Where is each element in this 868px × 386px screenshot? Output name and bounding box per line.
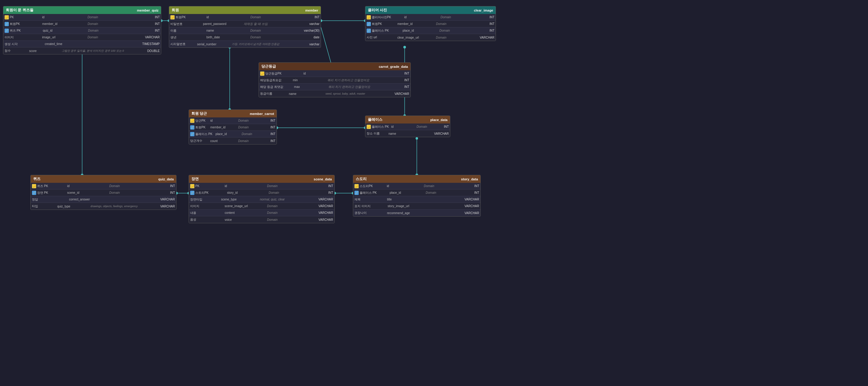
table-carrot-grade: 당근등급 carrot_grade_data 🔑당근등급PK id INT 해당…	[258, 62, 411, 97]
table-row: 🔗회원PK member_id Domain INT	[365, 21, 496, 27]
pk-icon: 🔑	[32, 184, 36, 188]
table-row: 제목 title VARCHAR	[353, 196, 480, 203]
row-desc: Domain	[249, 29, 282, 32]
row-field: name	[287, 92, 324, 96]
table-row: 🔑플레이스 PK id Domain INT	[365, 124, 450, 130]
table-row: 🔑PK id Domain INT	[189, 183, 334, 190]
row-type: INT	[139, 184, 175, 188]
row-key: 점수	[5, 49, 28, 53]
row-field: content	[223, 211, 266, 215]
row-key: 🔗회원PK	[190, 125, 209, 130]
row-key: 🔑클리어사진PK	[367, 15, 403, 20]
table-row: 장면타입 scene_type normal, quiz, clear VARC…	[189, 196, 334, 203]
row-type: INT	[381, 85, 409, 89]
pk-icon: 🔑	[367, 15, 371, 20]
row-field: id	[403, 15, 439, 19]
row-type: VARCHAR	[425, 132, 449, 135]
row-field: correct_answer	[68, 198, 113, 201]
row-type: INT	[121, 15, 160, 19]
table-row: 당근개수 count Domain INT	[189, 137, 277, 144]
row-field: name	[205, 29, 249, 32]
row-field: score	[28, 49, 61, 53]
row-key: 🔗스토리PK	[190, 191, 226, 195]
table-row: 🔗회원PK member_id Domain INT	[3, 21, 161, 27]
row-type: INT	[429, 125, 449, 128]
pk-icon: 🔑	[190, 119, 194, 123]
row-key: 제목	[354, 197, 386, 202]
fk-icon: 🔗	[190, 125, 194, 130]
row-type: INT	[462, 22, 494, 26]
row-key: 이미지	[5, 35, 41, 39]
table-korean-name: 회원이 푼 퀴즈들	[6, 8, 33, 13]
table-member: 회원 member 🔑회원PK id Domain INT 비밀번호 paren…	[169, 6, 321, 48]
row-field: scene_image_url	[223, 204, 266, 208]
row-type: INT	[282, 15, 319, 19]
row-key: 내용	[190, 211, 223, 215]
row-type: INT	[370, 72, 409, 75]
fk-icon: 🔗	[32, 191, 36, 195]
row-key: 🔑퀴즈 PK	[32, 184, 66, 188]
table-row: 🔗플레이스 PK place_id Domain INT	[365, 27, 496, 34]
row-field: image_url	[41, 36, 86, 39]
row-desc: Domain	[268, 191, 298, 194]
row-type: INT	[448, 184, 479, 188]
row-type: INT	[297, 184, 333, 188]
row-key: 이미지	[190, 204, 223, 208]
table-korean-name: 스도리	[356, 176, 367, 182]
row-field: id	[66, 184, 108, 188]
table-eng-name: member_quiz	[137, 8, 158, 12]
row-field: scene_id	[66, 191, 108, 194]
row-field: quiz_type	[56, 205, 89, 208]
row-key: 🔗장면 PK	[32, 191, 66, 195]
table-row: 표지 이미지 story_image_url VARCHAR	[353, 203, 480, 210]
table-body-scene-data: 🔑PK id Domain INT 🔗스토리PK story_id Domain…	[189, 183, 334, 223]
table-row: 이미지 image_url Domain VARCHAR	[3, 34, 161, 41]
table-row: 🔑스도리PK id Domain INT	[353, 183, 480, 190]
row-type: INT	[298, 191, 333, 194]
row-field: parent_password	[202, 22, 243, 26]
row-key: 사진 url	[367, 35, 396, 39]
erd-canvas: 회원이 푼 퀴즈들 member_quiz 🔑PK id Domain INT …	[0, 0, 868, 386]
row-type: INT	[464, 29, 494, 32]
row-desc: Domain	[240, 132, 255, 136]
row-field: place_id	[401, 29, 438, 32]
row-key: 🔗회원PK	[367, 22, 396, 26]
row-desc: Domain	[266, 218, 297, 221]
table-row: 비밀번호 parent_password 재채징 할 때 쓰임 varchar	[169, 21, 321, 27]
table-clear-image: 클리어 사진 clear_image 🔑클리어사진PK id Domain IN…	[365, 6, 496, 41]
table-korean-name: 클리어 사진	[368, 8, 387, 13]
row-key: 🔗플레이스 PK	[367, 29, 401, 33]
table-row: 정답 correct_answer VARCHAR	[31, 196, 176, 203]
row-desc: Domain	[108, 191, 139, 194]
table-row: 생성 시각 created_time TIMESTAMP	[3, 41, 161, 47]
row-key: 권장나이	[354, 211, 386, 215]
pk-icon: 🔑	[190, 184, 194, 188]
row-desc: Domain	[237, 139, 253, 143]
row-desc: Domain	[425, 191, 449, 194]
table-korean-name: 장면	[191, 176, 199, 182]
table-header-quiz-data: 퀴즈 quiz_data	[31, 175, 176, 183]
row-field: place_id	[389, 191, 425, 194]
row-field: story_id	[226, 191, 268, 194]
table-header-scene-data: 장면 scene_data	[189, 175, 334, 183]
row-key: 🔗퀴즈 PK	[5, 29, 42, 33]
table-row: 🔑당근등급PK id INT	[259, 70, 410, 77]
row-desc: Domain	[266, 204, 297, 208]
row-key: 🔑회원PK	[170, 15, 205, 20]
row-desc: Domain	[435, 36, 462, 39]
row-desc: Domain	[237, 119, 253, 122]
table-row: 음성 voice Domain VARCHAR	[189, 216, 334, 223]
row-key: 🔗플레이스 PK	[190, 132, 214, 136]
table-member-quiz: 회원이 푼 퀴즈들 member_quiz 🔑PK id Domain INT …	[3, 6, 161, 55]
row-key: 🔗플레이스 PK	[354, 191, 389, 195]
table-row: 🔑클리어사진PK id Domain INT	[365, 14, 496, 21]
row-desc: 쿼리 치기 편하라고 만들었어요	[326, 78, 381, 83]
row-desc: Domain	[439, 15, 464, 19]
row-type: DOUBLE	[133, 49, 160, 53]
row-type: INT	[253, 126, 275, 129]
row-field: count	[209, 139, 237, 143]
table-body-member: 🔑회원PK id Domain INT 비밀번호 parent_password…	[169, 14, 321, 47]
row-field: id	[205, 15, 249, 19]
row-field: member_id	[41, 22, 86, 26]
row-type: VARCHAR	[136, 198, 175, 201]
